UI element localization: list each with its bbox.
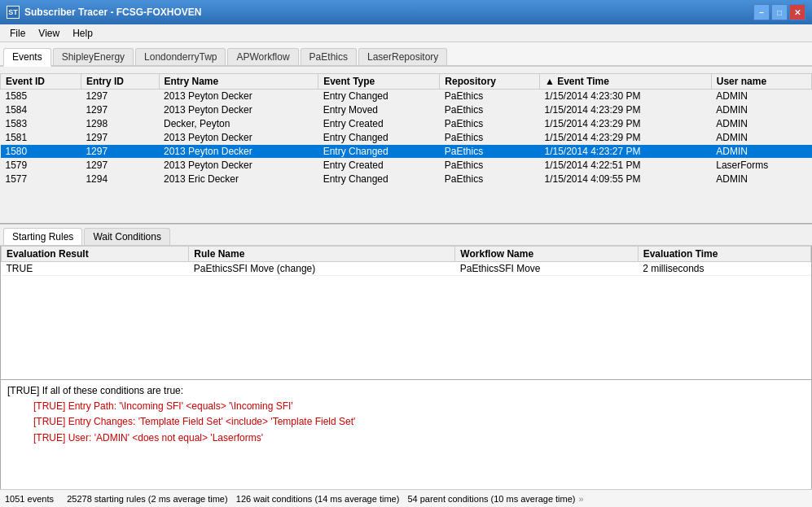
conditions-panel[interactable]: [TRUE] If all of these conditions are tr… [0, 380, 812, 507]
col-event-id[interactable]: Event ID [1, 74, 81, 90]
cell-user-name: LaserForms [711, 159, 811, 173]
close-button[interactable]: ✕ [789, 4, 805, 20]
cell-event-type: Entry Changed [318, 145, 440, 159]
cell-event-id: 1577 [1, 173, 81, 186]
tab-ap-workflow[interactable]: APWorkflow [227, 48, 298, 65]
tab-wait-conditions[interactable]: Wait Conditions [84, 228, 170, 245]
col-event-type[interactable]: Event Type [318, 74, 440, 90]
cell-eval-result: TRUE [2, 262, 189, 276]
bottom-tab-bar: Starting Rules Wait Conditions [0, 225, 812, 246]
cell-repository: PaEthics [440, 159, 540, 173]
cell-entry-name: 2013 Eric Decker [159, 173, 318, 186]
condition-line: [TRUE] User: 'ADMIN' <does not equal> 'L… [7, 431, 805, 446]
events-table-scroll[interactable]: Event ID Entry ID Entry Name Event Type … [0, 73, 812, 223]
title-bar: ST Subscriber Tracer - FCSG-FOXHOVEN – □… [0, 0, 812, 24]
col-event-time[interactable]: ▲ Event Time [539, 74, 711, 90]
cell-event-time: 1/15/2014 4:23:27 PM [539, 145, 711, 159]
table-row[interactable]: 1580 1297 2013 Peyton Decker Entry Chang… [1, 145, 812, 159]
cell-entry-id: 1297 [81, 90, 159, 103]
tab-shipley-energy[interactable]: ShipleyEnergy [53, 48, 134, 65]
cell-event-time: 1/15/2014 4:23:29 PM [539, 117, 711, 131]
cell-entry-name: Decker, Peyton [159, 117, 318, 131]
col-rule-name[interactable]: Rule Name [189, 247, 455, 262]
cell-entry-id: 1297 [81, 145, 159, 159]
rules-table: Evaluation Result Rule Name Workflow Nam… [1, 246, 811, 276]
tab-starting-rules[interactable]: Starting Rules [3, 228, 82, 245]
cell-event-id: 1579 [1, 159, 81, 173]
col-workflow-name[interactable]: Workflow Name [455, 247, 638, 262]
cell-event-id: 1581 [1, 131, 81, 145]
tab-laser-repository[interactable]: LaserRepository [358, 48, 447, 65]
table-row[interactable]: 1584 1297 2013 Peyton Decker Entry Moved… [1, 103, 812, 117]
cell-event-type: Entry Changed [318, 173, 440, 186]
col-entry-name[interactable]: Entry Name [159, 74, 318, 90]
cell-user-name: ADMIN [711, 173, 811, 186]
table-row[interactable]: TRUE PaEthicsSFI Move (change) PaEthicsS… [2, 262, 811, 276]
rules-area: Evaluation Result Rule Name Workflow Nam… [0, 246, 812, 380]
cell-rule-name: PaEthicsSFI Move (change) [189, 262, 455, 276]
cell-repository: PaEthics [440, 103, 540, 117]
condition-line: [TRUE] If all of these conditions are tr… [7, 383, 805, 399]
menu-view[interactable]: View [32, 26, 66, 41]
minimize-button[interactable]: – [753, 4, 770, 20]
window-title: Subscriber Tracer - FCSG-FOXHOVEN [24, 7, 201, 18]
col-user-name[interactable]: User name [711, 74, 811, 90]
cell-workflow-name: PaEthicsSFI Move [455, 262, 638, 276]
cell-entry-id: 1297 [81, 131, 159, 145]
cell-user-name: ADMIN [711, 145, 811, 159]
cell-repository: PaEthics [440, 131, 540, 145]
cell-event-type: Entry Changed [318, 90, 440, 103]
cell-repository: PaEthics [440, 145, 540, 159]
cell-entry-id: 1297 [81, 103, 159, 117]
cell-entry-name: 2013 Peyton Decker [159, 145, 318, 159]
col-eval-time[interactable]: Evaluation Time [638, 247, 810, 262]
main-content: Event ID Entry ID Entry Name Event Type … [0, 67, 812, 507]
cell-event-id: 1584 [1, 103, 81, 117]
cell-user-name: ADMIN [711, 90, 811, 103]
table-row[interactable]: 1579 1297 2013 Peyton Decker Entry Creat… [1, 159, 812, 173]
tab-londonderry-twp[interactable]: LondonderryTwp [135, 48, 226, 65]
top-tab-bar: Events ShipleyEnergy LondonderryTwp APWo… [0, 42, 812, 67]
cell-event-time: 1/15/2014 4:23:30 PM [539, 90, 711, 103]
cell-event-type: Entry Created [318, 159, 440, 173]
col-eval-result[interactable]: Evaluation Result [2, 247, 189, 262]
condition-line: [TRUE] Entry Changes: 'Template Field Se… [7, 414, 805, 430]
cell-event-time: 1/15/2014 4:22:51 PM [539, 159, 711, 173]
col-repository[interactable]: Repository [440, 74, 540, 90]
cell-entry-name: 2013 Peyton Decker [159, 131, 318, 145]
cell-event-id: 1585 [1, 90, 81, 103]
status-more-icon: » [579, 494, 584, 504]
maximize-button[interactable]: □ [771, 4, 788, 20]
cell-entry-name: 2013 Peyton Decker [159, 159, 318, 173]
table-row[interactable]: 1577 1294 2013 Eric Decker Entry Changed… [1, 173, 812, 186]
events-area: Event ID Entry ID Entry Name Event Type … [0, 73, 812, 224]
cell-entry-name: 2013 Peyton Decker [159, 90, 318, 103]
cell-entry-id: 1297 [81, 159, 159, 173]
cell-event-time: 1/15/2014 4:23:29 PM [539, 103, 711, 117]
condition-line: [TRUE] Entry Path: '\Incoming SFI' <equa… [7, 399, 805, 414]
status-parent-conditions: 54 parent conditions (10 ms average time… [407, 494, 575, 504]
status-wait-conditions: 126 wait conditions (14 ms average time) [236, 494, 400, 504]
cell-entry-id: 1294 [81, 173, 159, 186]
menu-file[interactable]: File [3, 26, 32, 41]
app-icon: ST [7, 6, 20, 19]
cell-entry-id: 1298 [81, 117, 159, 131]
tab-pa-ethics[interactable]: PaEthics [301, 48, 357, 65]
cell-user-name: ADMIN [711, 117, 811, 131]
cell-event-type: Entry Created [318, 117, 440, 131]
status-bar: 1051 events 25278 starting rules (2 ms a… [0, 489, 812, 507]
menu-help[interactable]: Help [66, 26, 99, 41]
cell-user-name: ADMIN [711, 103, 811, 117]
cell-event-type: Entry Changed [318, 131, 440, 145]
table-row[interactable]: 1583 1298 Decker, Peyton Entry Created P… [1, 117, 812, 131]
cell-event-id: 1583 [1, 117, 81, 131]
status-starting-rules: 25278 starting rules (2 ms average time) [67, 494, 227, 504]
col-entry-id[interactable]: Entry ID [81, 74, 159, 90]
cell-event-time: 1/15/2014 4:09:55 PM [539, 173, 711, 186]
tab-events[interactable]: Events [3, 48, 51, 67]
table-row[interactable]: 1581 1297 2013 Peyton Decker Entry Chang… [1, 131, 812, 145]
status-events-count: 1051 events [5, 494, 54, 504]
table-row[interactable]: 1585 1297 2013 Peyton Decker Entry Chang… [1, 90, 812, 103]
cell-eval-time: 2 milliseconds [638, 262, 810, 276]
cell-repository: PaEthics [440, 173, 540, 186]
